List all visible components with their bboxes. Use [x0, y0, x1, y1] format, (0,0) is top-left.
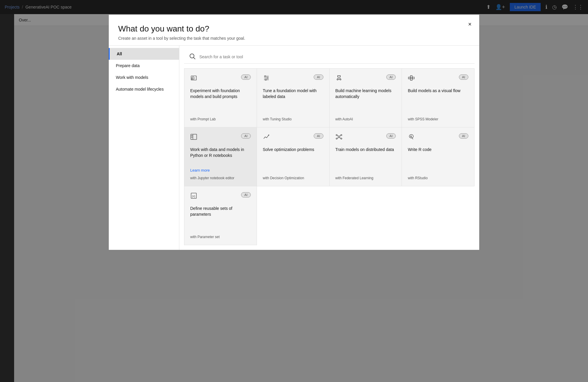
svg-point-12 — [267, 77, 268, 79]
card-top: {#} AI — [190, 192, 251, 201]
card-title-prompt-lab: Experiment with foundation models and bu… — [190, 88, 251, 114]
svg-point-0 — [190, 54, 194, 58]
svg-text:{#}: {#} — [192, 195, 195, 198]
svg-line-41 — [337, 137, 338, 139]
card-title-decision-opt: Solve optimization problems — [263, 147, 323, 172]
svg-line-40 — [340, 135, 341, 136]
optimize-icon — [263, 133, 270, 142]
card-footer-prompt-lab: with Prompt Lab — [190, 114, 251, 121]
card-spss-modeler[interactable]: AI Build models as a visual flow with SP… — [402, 69, 475, 127]
modal-body: All Prepare data Work with models Automa… — [109, 46, 479, 250]
card-footer-jupyter: with Jupyter notebook editor — [190, 172, 251, 180]
svg-line-42 — [340, 137, 341, 139]
card-tuning-studio[interactable]: AI Tune a foundation model with labeled … — [257, 69, 330, 127]
svg-point-6 — [192, 79, 192, 79]
modal-header: What do you want to do? Create an asset … — [109, 15, 479, 46]
learn-more-link-jupyter[interactable]: Learn more — [190, 168, 251, 172]
card-footer-spss: with SPSS Modeler — [408, 114, 468, 121]
card-title-params: Define reusable sets of parameters — [190, 206, 251, 231]
ai-badge-prompt-lab: AI — [241, 74, 250, 80]
card-top: AI — [408, 74, 468, 83]
modal-subtitle: Create an asset in a tool by selecting t… — [118, 36, 470, 41]
prompt-icon — [190, 74, 197, 83]
tune-icon — [263, 74, 270, 83]
card-title-spss: Build models as a visual flow — [408, 88, 468, 114]
card-top: AI — [335, 133, 396, 142]
federated-icon — [335, 133, 343, 142]
svg-point-36 — [341, 134, 342, 136]
ai-badge-jupyter: AI — [241, 133, 250, 139]
card-title-rstudio: Write R code — [408, 147, 468, 172]
ai-badge-tuning-studio: AI — [314, 74, 323, 80]
svg-point-38 — [341, 138, 342, 139]
card-top: AI — [190, 133, 251, 142]
svg-rect-22 — [410, 79, 412, 80]
search-input[interactable] — [199, 54, 470, 59]
svg-line-25 — [410, 78, 410, 79]
notebook-icon — [190, 133, 197, 142]
svg-line-24 — [410, 77, 410, 78]
svg-line-26 — [412, 77, 412, 78]
svg-rect-23 — [412, 77, 414, 79]
card-footer-tuning-studio: with Tuning Studio — [263, 114, 323, 121]
svg-line-39 — [337, 135, 338, 136]
svg-point-5 — [192, 78, 192, 78]
svg-rect-20 — [408, 77, 410, 79]
card-jupyter[interactable]: AI Work with data and models in Python o… — [184, 127, 257, 186]
ai-badge-decision-opt: AI — [314, 133, 323, 139]
card-top: AI — [263, 133, 323, 142]
card-decision-optimization[interactable]: AI Solve optimization problems with Deci… — [257, 127, 330, 186]
svg-line-19 — [340, 78, 340, 79]
ai-badge-params: AI — [241, 192, 250, 197]
card-footer-autoai: with AutoAI — [335, 114, 396, 121]
card-top: R AI — [408, 133, 468, 142]
card-autoai[interactable]: AI Build machine learning models automat… — [330, 69, 402, 127]
card-top: AI — [263, 74, 323, 83]
card-rstudio[interactable]: R AI Write R code with RStudio — [402, 127, 475, 186]
sidebar-item-prepare-data-label: Prepare data — [116, 63, 140, 68]
r-icon: R — [408, 133, 415, 142]
ai-badge-federated: AI — [386, 133, 396, 139]
card-parameter-set[interactable]: {#} AI Define reusable sets of parameter… — [184, 186, 257, 245]
svg-rect-28 — [191, 134, 197, 139]
svg-line-1 — [194, 58, 196, 59]
sidebar-item-prepare-data[interactable]: Prepare data — [109, 60, 179, 72]
sidebar-item-work-with-models-label: Work with models — [116, 75, 148, 80]
svg-point-13 — [265, 79, 266, 80]
svg-point-11 — [265, 76, 266, 77]
card-title-tuning-studio: Tune a foundation model with labeled dat… — [263, 88, 323, 114]
cards-main-content: AI Experiment with foundation models and… — [179, 46, 479, 250]
card-footer-rstudio: with RStudio — [408, 172, 468, 180]
flow-icon — [408, 74, 415, 83]
svg-point-16 — [340, 79, 341, 80]
sidebar-item-work-with-models[interactable]: Work with models — [109, 72, 179, 83]
sidebar-item-automate-model-lifecycles[interactable]: Automate model lifecycles — [109, 83, 179, 95]
search-bar — [184, 50, 475, 64]
card-top: AI — [335, 74, 396, 83]
card-title-federated: Train models on distributed data — [335, 147, 396, 172]
card-prompt-lab[interactable]: AI Experiment with foundation models and… — [184, 69, 257, 127]
card-title-autoai: Build machine learning models automatica… — [335, 88, 396, 114]
svg-point-14 — [338, 76, 340, 78]
card-top: AI — [190, 74, 251, 83]
search-icon — [189, 53, 196, 61]
autoai-icon — [335, 74, 343, 83]
modal-close-button[interactable]: × — [465, 19, 475, 29]
what-do-you-want-modal: What do you want to do? Create an asset … — [109, 15, 479, 250]
svg-line-18 — [338, 78, 338, 79]
svg-line-27 — [412, 78, 412, 79]
sidebar-item-all[interactable]: All — [109, 48, 179, 60]
ai-badge-rstudio: AI — [459, 133, 468, 139]
ai-badge-autoai: AI — [386, 74, 396, 80]
card-footer-decision-opt: with Decision Optimization — [263, 172, 323, 180]
svg-point-35 — [336, 134, 337, 136]
sidebar-item-automate-label: Automate model lifecycles — [116, 87, 164, 92]
category-sidebar: All Prepare data Work with models Automa… — [109, 46, 179, 250]
svg-rect-21 — [410, 76, 412, 77]
sidebar-item-all-label: All — [117, 52, 122, 56]
svg-point-37 — [336, 138, 337, 139]
card-footer-federated: with Federated Learning — [335, 172, 396, 180]
svg-point-15 — [337, 79, 338, 80]
card-title-jupyter: Work with data and models in Python or R… — [190, 147, 251, 166]
card-federated-learning[interactable]: AI Train models on distributed data with… — [330, 127, 402, 186]
